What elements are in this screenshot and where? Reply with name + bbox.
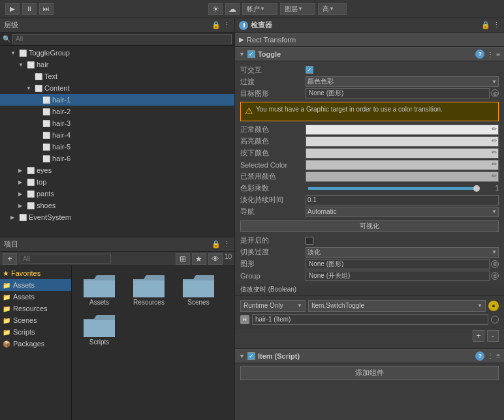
- add-event-button[interactable]: +: [473, 330, 484, 342]
- navigation-dropdown[interactable]: Automatic ▼: [306, 207, 499, 217]
- tree-arrow: ▼: [10, 50, 18, 56]
- item-script-enable-checkbox[interactable]: ✓: [247, 352, 255, 360]
- cloud-icon[interactable]: ☁: [225, 3, 240, 15]
- event-obj-field[interactable]: hair-1 (Item): [252, 314, 488, 325]
- more-icon[interactable]: ⋮: [493, 21, 500, 29]
- file-item-scripts[interactable]: Scripts: [77, 311, 121, 346]
- sidebar-item-assets[interactable]: 📁 Assets: [0, 279, 71, 291]
- component-settings-icon[interactable]: ⋮: [487, 51, 494, 58]
- add-component-label: 添加组件: [355, 368, 384, 378]
- transition-toggle-dropdown[interactable]: 淡化 ▼: [306, 247, 499, 258]
- pause-button[interactable]: ⏸: [22, 3, 37, 15]
- tree-item-hair6[interactable]: ⬜ hair-6: [0, 153, 234, 164]
- tree-item-hair[interactable]: ▼ ⬜ hair: [0, 59, 234, 70]
- project-search-input[interactable]: [20, 254, 111, 264]
- lock-icon[interactable]: 🔒: [212, 21, 221, 29]
- cube-icon: ⬜: [26, 189, 35, 198]
- add-component-button[interactable]: 添加组件: [240, 366, 499, 380]
- file-item-scenes[interactable]: Scenes: [176, 271, 221, 306]
- cube-icon: ⬜: [42, 107, 51, 116]
- tree-item-hair3[interactable]: ⬜ hair-3: [0, 117, 234, 129]
- high-dropdown[interactable]: 高 ▼: [318, 3, 347, 15]
- sidebar-item-packages[interactable]: 📦 Packages: [0, 338, 71, 350]
- eye-icon[interactable]: 👁: [208, 253, 223, 265]
- group-dot[interactable]: ◎: [491, 272, 499, 280]
- file-item-assets[interactable]: Assets: [77, 271, 121, 306]
- more-icon[interactable]: ⋮: [223, 21, 230, 29]
- lock-icon[interactable]: 🔒: [212, 240, 221, 248]
- item-script-header-left: ▼ ✓ Item (Script): [239, 352, 300, 360]
- component-info-icon[interactable]: ?: [475, 50, 484, 59]
- pressed-color-swatch[interactable]: [306, 148, 499, 158]
- component-more-icon[interactable]: ≡: [496, 51, 500, 58]
- tree-item-hair2[interactable]: ⬜ hair-2: [0, 106, 234, 117]
- disabled-color-swatch[interactable]: [306, 172, 499, 182]
- tree-item-eyes[interactable]: ▶ ⬜ eyes: [0, 164, 234, 176]
- more-icon[interactable]: ⋮: [223, 240, 230, 248]
- visualize-button[interactable]: 可视化: [240, 220, 499, 232]
- sidebar-item-scenes[interactable]: 📁 Scenes: [0, 314, 71, 326]
- item-script-component-header[interactable]: ▼ ✓ Item (Script) ? ⋮ ≡: [235, 349, 504, 363]
- transition-value: 颜色色彩 ▼: [306, 76, 499, 87]
- is-on-checkbox[interactable]: [306, 237, 313, 245]
- add-button[interactable]: +: [3, 253, 17, 265]
- tree-label: hair-3: [52, 119, 71, 127]
- tree-item-eventsystem[interactable]: ▶ ⬜ EventSystem: [0, 211, 234, 223]
- sidebar-item-scripts[interactable]: 📁 Scripts: [0, 326, 71, 338]
- tree-item-hair4[interactable]: ⬜ hair-4: [0, 129, 234, 141]
- selected-color-swatch[interactable]: [306, 160, 499, 170]
- toggle-component-header[interactable]: ▼ ✓ Toggle ? ⋮ ≡: [235, 47, 504, 61]
- tree-item-hair1[interactable]: ⬜ hair-1: [0, 94, 234, 106]
- event-obj-dot[interactable]: [491, 316, 499, 323]
- highlight-color-swatch[interactable]: [306, 136, 499, 147]
- normal-color-swatch[interactable]: [306, 125, 499, 135]
- toggle-section: 可交互 ✓ 过渡 颜色色彩 ▼ 目标图形: [235, 61, 504, 349]
- tree-item-top[interactable]: ▶ ⬜ top: [0, 176, 234, 188]
- play-button[interactable]: ▶: [5, 3, 20, 15]
- color-multiplier-track[interactable]: [308, 187, 477, 190]
- file-item-resources[interactable]: Resources: [127, 271, 171, 306]
- func-dropdown[interactable]: Item.SwitchToggle ▼: [308, 300, 486, 312]
- navigation-label: 导航: [240, 207, 306, 217]
- cube-icon: ⬜: [42, 119, 51, 128]
- graphic-field[interactable]: None (图形): [306, 259, 490, 269]
- rect-transform-header[interactable]: ▶ Rect Transform: [235, 33, 504, 47]
- toggle-enable-checkbox[interactable]: ✓: [247, 50, 255, 58]
- sidebar-item-resources[interactable]: 📁 Resources: [0, 303, 71, 314]
- tree-arrow: ▶: [18, 191, 26, 197]
- star-icon[interactable]: ★: [192, 253, 206, 265]
- add-remove-row: + -: [235, 329, 504, 343]
- target-graphic-dot[interactable]: ◎: [491, 89, 499, 97]
- fade-duration-field[interactable]: 0.1: [306, 195, 499, 205]
- svg-rect-5: [183, 280, 214, 297]
- transition-row: 过渡 颜色色彩 ▼: [235, 76, 504, 87]
- sun-icon[interactable]: ☀: [208, 3, 223, 15]
- tree-item-hair5[interactable]: ⬜ hair-5: [0, 141, 234, 153]
- tree-item-text[interactable]: ⬜ Text: [0, 70, 234, 82]
- target-graphic-field[interactable]: None (图形): [306, 88, 490, 98]
- lock-icon[interactable]: 🔒: [481, 21, 490, 29]
- graphic-dot[interactable]: ◎: [491, 260, 499, 268]
- folder-svg-resources: [133, 271, 165, 297]
- tree-item-content[interactable]: ▼ ⬜ Content: [0, 82, 234, 94]
- group-field[interactable]: None (开关组): [306, 271, 490, 281]
- account-dropdown[interactable]: 帐户 ▼: [242, 3, 277, 15]
- sidebar-item-assets2[interactable]: 📁 Assets: [0, 291, 71, 303]
- on-value-changed-label: 值改变时 (Boolean): [240, 285, 296, 294]
- tree-item-pants[interactable]: ▶ ⬜ pants: [0, 188, 234, 200]
- cube-icon: ⬜: [42, 154, 51, 163]
- slider-thumb[interactable]: [473, 185, 480, 192]
- item-script-settings-icon[interactable]: ⋮: [487, 352, 494, 359]
- transition-dropdown[interactable]: 颜色色彩 ▼: [306, 76, 499, 87]
- item-script-more-icon[interactable]: ≡: [496, 352, 500, 359]
- step-button[interactable]: ⏭: [39, 3, 54, 15]
- hierarchy-search-input[interactable]: [12, 34, 232, 44]
- grid-view-icon[interactable]: ⊞: [176, 253, 190, 265]
- interactable-checkbox[interactable]: ✓: [306, 66, 313, 74]
- remove-event-button[interactable]: -: [487, 330, 499, 342]
- tree-item-shoes[interactable]: ▶ ⬜ shoes: [0, 200, 234, 211]
- runtime-dropdown[interactable]: Runtime Only ▼: [240, 300, 306, 312]
- tree-item-togglegroup[interactable]: ▼ ⬜ ToggleGroup: [0, 47, 234, 59]
- layers-dropdown[interactable]: 图层 ▼: [280, 3, 315, 15]
- item-script-info-icon[interactable]: ?: [475, 352, 484, 361]
